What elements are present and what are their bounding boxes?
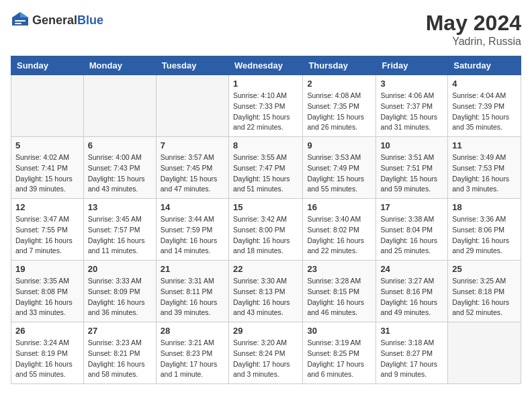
day-number: 12: [15, 202, 79, 212]
calendar-week-3: 12Sunrise: 3:47 AM Sunset: 7:55 PM Dayli…: [11, 199, 521, 261]
calendar-week-1: 1Sunrise: 4:10 AM Sunset: 7:33 PM Daylig…: [11, 75, 521, 137]
calendar-cell: 6Sunrise: 4:00 AM Sunset: 7:43 PM Daylig…: [83, 137, 156, 199]
calendar-cell: 1Sunrise: 4:10 AM Sunset: 7:33 PM Daylig…: [228, 75, 302, 137]
day-number: 19: [15, 264, 79, 274]
calendar-header-row: SundayMondayTuesdayWednesdayThursdayFrid…: [11, 56, 521, 75]
svg-rect-3: [15, 23, 21, 24]
calendar-cell: 22Sunrise: 3:30 AM Sunset: 8:13 PM Dayli…: [228, 261, 302, 322]
calendar-cell: 8Sunrise: 3:55 AM Sunset: 7:47 PM Daylig…: [228, 137, 302, 199]
day-number: 31: [380, 326, 443, 336]
day-number: 29: [233, 326, 298, 336]
calendar-week-5: 26Sunrise: 3:24 AM Sunset: 8:19 PM Dayli…: [11, 322, 521, 384]
day-info: Sunrise: 4:06 AM Sunset: 7:37 PM Dayligh…: [380, 91, 443, 133]
day-info: Sunrise: 3:38 AM Sunset: 8:04 PM Dayligh…: [380, 214, 443, 257]
day-info: Sunrise: 3:40 AM Sunset: 8:02 PM Dayligh…: [307, 214, 371, 257]
calendar-cell: 5Sunrise: 4:02 AM Sunset: 7:41 PM Daylig…: [11, 137, 84, 199]
calendar-cell: 23Sunrise: 3:28 AM Sunset: 8:15 PM Dayli…: [303, 261, 376, 322]
calendar-cell: 27Sunrise: 3:23 AM Sunset: 8:21 PM Dayli…: [83, 322, 156, 384]
day-info: Sunrise: 3:23 AM Sunset: 8:21 PM Dayligh…: [88, 338, 152, 380]
header-thursday: Thursday: [303, 56, 376, 75]
day-number: 17: [380, 202, 443, 212]
logo-general: General: [32, 13, 77, 27]
day-number: 26: [15, 326, 79, 336]
title-block: May 2024 Yadrin, Russia: [426, 11, 521, 48]
day-number: 28: [161, 326, 224, 336]
calendar-cell: 12Sunrise: 3:47 AM Sunset: 7:55 PM Dayli…: [11, 199, 84, 261]
day-number: 4: [452, 79, 517, 89]
calendar-cell: 16Sunrise: 3:40 AM Sunset: 8:02 PM Dayli…: [303, 199, 376, 261]
day-info: Sunrise: 3:30 AM Sunset: 8:13 PM Dayligh…: [233, 276, 298, 318]
day-info: Sunrise: 3:55 AM Sunset: 7:47 PM Dayligh…: [233, 152, 298, 195]
calendar-cell: 31Sunrise: 3:18 AM Sunset: 8:27 PM Dayli…: [376, 322, 448, 384]
calendar-cell: 15Sunrise: 3:42 AM Sunset: 8:00 PM Dayli…: [228, 199, 302, 261]
calendar-cell: 11Sunrise: 3:49 AM Sunset: 7:53 PM Dayli…: [448, 137, 521, 199]
page-header: GeneralBlue May 2024 Yadrin, Russia: [11, 11, 521, 48]
day-number: 21: [161, 264, 224, 274]
day-info: Sunrise: 3:19 AM Sunset: 8:25 PM Dayligh…: [307, 338, 371, 380]
day-number: 16: [307, 202, 371, 212]
day-number: 2: [307, 79, 371, 89]
day-info: Sunrise: 3:53 AM Sunset: 7:49 PM Dayligh…: [307, 152, 371, 195]
day-info: Sunrise: 3:35 AM Sunset: 8:08 PM Dayligh…: [15, 276, 79, 318]
day-number: 7: [161, 140, 224, 150]
day-info: Sunrise: 3:42 AM Sunset: 8:00 PM Dayligh…: [233, 214, 298, 257]
day-info: Sunrise: 3:21 AM Sunset: 8:23 PM Dayligh…: [161, 338, 224, 380]
day-info: Sunrise: 4:10 AM Sunset: 7:33 PM Dayligh…: [233, 91, 298, 133]
calendar-cell: 26Sunrise: 3:24 AM Sunset: 8:19 PM Dayli…: [11, 322, 84, 384]
svg-rect-2: [15, 20, 26, 21]
header-sunday: Sunday: [11, 56, 84, 75]
day-number: 11: [452, 140, 517, 150]
day-number: 27: [88, 326, 152, 336]
day-number: 18: [452, 202, 517, 212]
day-info: Sunrise: 3:31 AM Sunset: 8:11 PM Dayligh…: [161, 276, 224, 318]
calendar-cell: [156, 75, 228, 137]
day-number: 30: [307, 326, 371, 336]
logo-text: GeneralBlue: [32, 13, 103, 28]
logo-blue: Blue: [77, 13, 103, 27]
header-friday: Friday: [376, 56, 448, 75]
day-number: 1: [233, 79, 298, 89]
calendar-cell: 13Sunrise: 3:45 AM Sunset: 7:57 PM Dayli…: [83, 199, 156, 261]
calendar-cell: 4Sunrise: 4:04 AM Sunset: 7:39 PM Daylig…: [448, 75, 521, 137]
day-number: 9: [307, 140, 371, 150]
header-wednesday: Wednesday: [228, 56, 302, 75]
day-number: 13: [88, 202, 152, 212]
day-number: 20: [88, 264, 152, 274]
day-number: 10: [380, 140, 443, 150]
logo: GeneralBlue: [11, 11, 103, 30]
day-number: 6: [88, 140, 152, 150]
header-saturday: Saturday: [448, 56, 521, 75]
calendar-week-2: 5Sunrise: 4:02 AM Sunset: 7:41 PM Daylig…: [11, 137, 521, 199]
calendar-title: May 2024: [426, 11, 521, 36]
day-number: 24: [380, 264, 443, 274]
day-number: 14: [161, 202, 224, 212]
day-number: 8: [233, 140, 298, 150]
calendar-cell: [11, 75, 84, 137]
svg-marker-1: [20, 12, 28, 17]
day-info: Sunrise: 4:00 AM Sunset: 7:43 PM Dayligh…: [88, 152, 152, 195]
day-info: Sunrise: 3:25 AM Sunset: 8:18 PM Dayligh…: [452, 276, 517, 318]
day-info: Sunrise: 3:45 AM Sunset: 7:57 PM Dayligh…: [88, 214, 152, 257]
calendar-cell: 2Sunrise: 4:08 AM Sunset: 7:35 PM Daylig…: [303, 75, 376, 137]
calendar-cell: 29Sunrise: 3:20 AM Sunset: 8:24 PM Dayli…: [228, 322, 302, 384]
calendar-cell: 10Sunrise: 3:51 AM Sunset: 7:51 PM Dayli…: [376, 137, 448, 199]
day-number: 22: [233, 264, 298, 274]
day-info: Sunrise: 3:57 AM Sunset: 7:45 PM Dayligh…: [161, 152, 224, 195]
day-info: Sunrise: 3:33 AM Sunset: 8:09 PM Dayligh…: [88, 276, 152, 318]
day-info: Sunrise: 3:44 AM Sunset: 7:59 PM Dayligh…: [161, 214, 224, 257]
calendar-week-4: 19Sunrise: 3:35 AM Sunset: 8:08 PM Dayli…: [11, 261, 521, 322]
day-info: Sunrise: 3:51 AM Sunset: 7:51 PM Dayligh…: [380, 152, 443, 195]
day-info: Sunrise: 4:02 AM Sunset: 7:41 PM Dayligh…: [15, 152, 79, 195]
day-number: 25: [452, 264, 517, 274]
calendar-cell: 24Sunrise: 3:27 AM Sunset: 8:16 PM Dayli…: [376, 261, 448, 322]
day-info: Sunrise: 3:18 AM Sunset: 8:27 PM Dayligh…: [380, 338, 443, 380]
calendar-cell: 21Sunrise: 3:31 AM Sunset: 8:11 PM Dayli…: [156, 261, 228, 322]
calendar-cell: 3Sunrise: 4:06 AM Sunset: 7:37 PM Daylig…: [376, 75, 448, 137]
header-tuesday: Tuesday: [156, 56, 228, 75]
calendar-cell: 20Sunrise: 3:33 AM Sunset: 8:09 PM Dayli…: [83, 261, 156, 322]
day-info: Sunrise: 4:08 AM Sunset: 7:35 PM Dayligh…: [307, 91, 371, 133]
day-number: 5: [15, 140, 79, 150]
logo-icon: [11, 11, 30, 30]
day-info: Sunrise: 4:04 AM Sunset: 7:39 PM Dayligh…: [452, 91, 517, 133]
day-number: 15: [233, 202, 298, 212]
